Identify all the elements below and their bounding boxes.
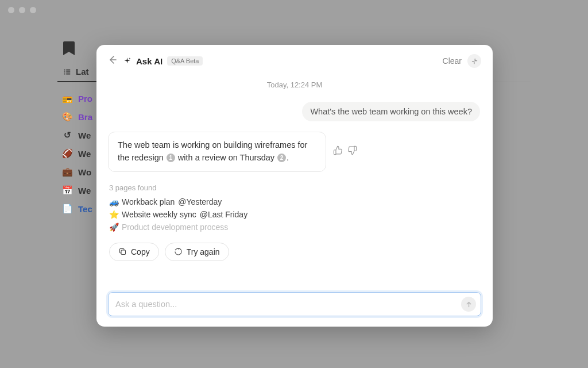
ai-response-row: The web team is working on building wire… <box>108 132 481 172</box>
source-icon: 🚙 <box>109 197 118 206</box>
beta-badge: Q&A Beta <box>167 56 203 66</box>
sparkle-icon <box>123 57 131 66</box>
input-row <box>108 292 481 316</box>
list-icon <box>63 68 71 76</box>
source-item[interactable]: 🚙Workback plan @Yesterday <box>109 195 481 208</box>
user-message-bubble: What's the web team working on this week… <box>302 102 480 121</box>
try-again-button[interactable]: Try again <box>165 243 229 261</box>
source-item[interactable]: 🚀Product development process <box>109 221 481 233</box>
ask-ai-modal: Ask AI Q&A Beta Clear Today, 12:24 PM Wh… <box>96 45 493 327</box>
copy-icon <box>118 247 127 256</box>
item-icon: 📅 <box>62 185 72 195</box>
sources-header: 3 pages found <box>109 183 481 192</box>
item-icon: 💼 <box>62 167 72 177</box>
ask-input-container[interactable] <box>108 292 481 316</box>
action-row: Copy Try again <box>108 243 481 261</box>
item-label: Bra <box>78 112 92 122</box>
window-traffic-lights <box>8 7 36 13</box>
source-title: Workback plan <box>122 197 175 206</box>
item-label: We <box>78 186 91 195</box>
sources-section: 3 pages found 🚙Workback plan @Yesterday⭐… <box>108 183 481 233</box>
source-title: Website weekly sync <box>122 210 196 219</box>
svg-rect-0 <box>121 250 126 255</box>
copy-label: Copy <box>131 247 150 256</box>
citation-badge[interactable]: 2 <box>277 154 286 162</box>
item-icon: 🎨 <box>62 112 72 122</box>
app-window: Lat 📻Pro🎨Bra↺We🏈We💼Wo📅We📄Tec Ask AI Q&A … <box>0 0 588 368</box>
modal-title-group: Ask AI Q&A Beta <box>123 56 203 66</box>
item-icon: 📻 <box>62 93 72 103</box>
feedback-buttons <box>333 145 357 158</box>
thumbs-down-button[interactable] <box>347 145 357 158</box>
traffic-light-close[interactable] <box>8 7 14 13</box>
item-label: Pro <box>78 94 92 103</box>
ask-input[interactable] <box>115 300 461 309</box>
source-suffix: @Yesterday <box>178 197 222 206</box>
traffic-light-minimize[interactable] <box>19 7 25 13</box>
chat-body: Today, 12:24 PM What's the web team work… <box>108 68 481 284</box>
user-message-row: What's the web team working on this week… <box>108 102 481 121</box>
source-item[interactable]: ⭐Website weekly sync @Last Friday <box>109 208 481 221</box>
clear-button[interactable]: Clear <box>443 56 462 66</box>
back-button[interactable] <box>108 55 117 67</box>
retry-icon <box>174 247 183 256</box>
tab-label: Lat <box>76 67 89 76</box>
source-icon: 🚀 <box>109 223 118 232</box>
copy-button[interactable]: Copy <box>109 243 159 261</box>
item-label: Tec <box>78 204 92 214</box>
try-again-label: Try again <box>187 247 220 256</box>
citation-badge[interactable]: 1 <box>167 154 175 162</box>
source-suffix: @Last Friday <box>200 210 247 219</box>
item-label: We <box>78 131 91 140</box>
item-icon: 🏈 <box>62 148 72 159</box>
item-label: Wo <box>78 167 91 177</box>
item-icon: 📄 <box>62 204 72 214</box>
item-icon: ↺ <box>62 130 72 140</box>
item-label: We <box>78 149 91 159</box>
tab-latest[interactable]: Lat <box>57 59 98 82</box>
modal-header: Ask AI Q&A Beta Clear <box>108 54 481 68</box>
send-button[interactable] <box>461 297 476 312</box>
modal-title: Ask AI <box>136 56 163 66</box>
thumbs-up-button[interactable] <box>333 145 343 158</box>
source-title: Product development process <box>122 223 228 232</box>
traffic-light-zoom[interactable] <box>30 7 36 13</box>
source-icon: ⭐ <box>109 210 118 219</box>
ai-response-bubble: The web team is working on building wire… <box>108 132 326 172</box>
collapse-button[interactable] <box>467 54 481 68</box>
timestamp: Today, 12:24 PM <box>108 80 481 89</box>
